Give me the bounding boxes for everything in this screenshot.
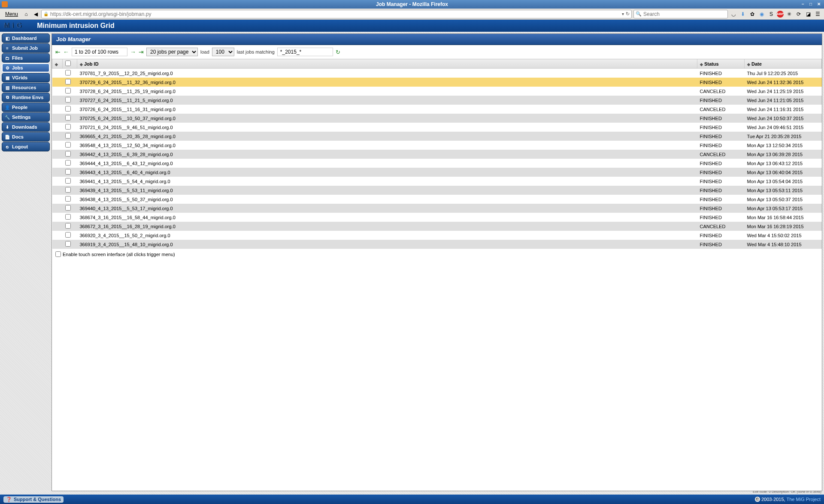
url-bar[interactable]: 🔒 ▾ ↻	[41, 10, 632, 18]
row-checkbox[interactable]	[65, 151, 71, 157]
col-date[interactable]: ◆Date	[745, 59, 822, 69]
sidebar-item-docs[interactable]: 📄Docs	[2, 132, 50, 142]
table-row[interactable]: 370721_6_24_2015__9_46_51_migrid.org.0FI…	[52, 123, 822, 132]
table-row[interactable]: 369443_4_13_2015__6_40_4_migrid.org.0FIN…	[52, 168, 822, 177]
row-expand[interactable]	[52, 186, 63, 195]
adblock-icon[interactable]: ABP	[777, 11, 784, 18]
table-row[interactable]: 369439_4_13_2015__5_53_11_migrid.org.0FI…	[52, 186, 822, 195]
row-expand[interactable]	[52, 96, 63, 105]
col-jobid[interactable]: ◆Job ID	[77, 59, 697, 69]
row-expand[interactable]	[52, 159, 63, 168]
table-row[interactable]: 368674_3_16_2015__16_58_44_migrid.org.0F…	[52, 213, 822, 222]
filter-input[interactable]	[277, 48, 333, 56]
search-input[interactable]	[643, 11, 726, 17]
ext6-icon[interactable]: ◪	[804, 10, 812, 18]
back-icon[interactable]: ◀	[32, 10, 39, 18]
row-checkbox[interactable]	[65, 133, 71, 139]
pager-next-icon[interactable]: →	[130, 48, 136, 55]
ext3-icon[interactable]: S	[767, 10, 775, 18]
sidebar-item-jobs[interactable]: ⚙Jobs	[2, 63, 50, 72]
row-checkbox[interactable]	[65, 124, 71, 130]
row-expand[interactable]	[52, 222, 63, 231]
table-row[interactable]: 369438_4_13_2015__5_50_37_migrid.org.0FI…	[52, 195, 822, 204]
row-checkbox[interactable]	[65, 214, 71, 220]
search-bar[interactable]: 🔍	[633, 10, 728, 18]
row-checkbox[interactable]	[65, 106, 71, 112]
row-expand[interactable]	[52, 195, 63, 204]
row-expand[interactable]	[52, 168, 63, 177]
row-expand[interactable]	[52, 69, 63, 78]
col-expand[interactable]: ◆	[52, 59, 63, 69]
downloads-icon[interactable]: ⬇	[739, 10, 747, 18]
sidebar-item-downloads[interactable]: ⬇Downloads	[2, 122, 50, 132]
row-expand[interactable]	[52, 231, 63, 240]
col-status[interactable]: ◆Status	[697, 59, 745, 69]
table-row[interactable]: 369548_4_13_2015__12_50_34_migrid.org.0F…	[52, 141, 822, 150]
sidebar-item-logout[interactable]: ⎋Logout	[2, 142, 50, 151]
row-checkbox[interactable]	[65, 232, 71, 238]
row-checkbox[interactable]	[65, 79, 71, 85]
row-checkbox[interactable]	[65, 142, 71, 148]
home-icon[interactable]: ⌂	[22, 10, 30, 18]
table-row[interactable]: 369665_4_21_2015__20_35_28_migrid.org.0F…	[52, 132, 822, 141]
row-expand[interactable]	[52, 141, 63, 150]
pager-text[interactable]	[72, 48, 127, 56]
check-all[interactable]	[65, 60, 71, 66]
row-expand[interactable]	[52, 87, 63, 96]
table-row[interactable]: 370727_6_24_2015__11_21_5_migrid.org.0FI…	[52, 96, 822, 105]
touch-checkbox[interactable]	[55, 251, 61, 257]
row-expand[interactable]	[52, 240, 63, 249]
close-icon[interactable]: ✕	[817, 2, 822, 7]
table-row[interactable]: 369444_4_13_2015__6_43_12_migrid.org.0FI…	[52, 159, 822, 168]
row-expand[interactable]	[52, 177, 63, 186]
ext5-icon[interactable]: ⟳	[795, 10, 803, 18]
pager-first-icon[interactable]: ⇤	[55, 48, 61, 55]
row-checkbox[interactable]	[65, 160, 71, 166]
sidebar-item-runtime-envs[interactable]: ⧉Runtime Envs	[2, 93, 50, 102]
row-expand[interactable]	[52, 132, 63, 141]
table-row[interactable]: 369440_4_13_2015__5_53_17_migrid.org.0FI…	[52, 204, 822, 213]
pager-last-icon[interactable]: ⇥	[139, 48, 144, 55]
hamburger-icon[interactable]: ☰	[814, 10, 821, 18]
row-expand[interactable]	[52, 204, 63, 213]
row-expand[interactable]	[52, 213, 63, 222]
ext2-icon[interactable]: ◉	[758, 10, 766, 18]
row-checkbox[interactable]	[65, 223, 71, 229]
table-row[interactable]: 370781_7_9_2015__12_20_25_migrid.org.0FI…	[52, 69, 822, 78]
ext4-icon[interactable]: ✳	[785, 10, 793, 18]
sidebar-item-submit-job[interactable]: ≡Submit Job	[2, 43, 50, 53]
filter-reload-icon[interactable]: ↻	[336, 49, 340, 55]
row-checkbox[interactable]	[65, 115, 71, 121]
url-dropdown-icon[interactable]: ▾	[622, 12, 624, 16]
table-row[interactable]: 370725_6_24_2015__10_50_37_migrid.org.0F…	[52, 114, 822, 123]
row-expand[interactable]	[52, 123, 63, 132]
row-checkbox[interactable]	[65, 205, 71, 211]
row-checkbox[interactable]	[65, 88, 71, 94]
row-expand[interactable]	[52, 114, 63, 123]
row-checkbox[interactable]	[65, 196, 71, 202]
pager-prev-icon[interactable]: ←	[63, 48, 69, 55]
sidebar-item-people[interactable]: 👤People	[2, 103, 50, 112]
table-row[interactable]: 369442_4_13_2015__6_39_28_migrid.org.0CA…	[52, 150, 822, 159]
ext1-icon[interactable]: ✿	[748, 10, 756, 18]
row-checkbox[interactable]	[65, 178, 71, 184]
table-row[interactable]: 366919_3_4_2015__15_48_10_migrid.org.0FI…	[52, 240, 822, 249]
row-expand[interactable]	[52, 105, 63, 114]
url-input[interactable]	[50, 11, 620, 17]
row-expand[interactable]	[52, 78, 63, 87]
sidebar-item-vgrids[interactable]: ▦VGrids	[2, 73, 50, 82]
sidebar-item-resources[interactable]: ▥Resources	[2, 83, 50, 92]
reload-icon[interactable]: ↻	[626, 11, 630, 17]
menu-button[interactable]: Menu	[3, 10, 21, 18]
table-row[interactable]: 368672_3_16_2015__16_28_19_migrid.org.0C…	[52, 222, 822, 231]
row-checkbox[interactable]	[65, 70, 71, 75]
table-row[interactable]: 370729_6_24_2015__11_32_36_migrid.org.0F…	[52, 78, 822, 87]
row-expand[interactable]	[52, 150, 63, 159]
sidebar-item-dashboard[interactable]: ◧Dashboard	[2, 33, 50, 43]
minimize-icon[interactable]: −	[802, 2, 807, 7]
table-row[interactable]: 366920_3_4_2015__15_50_2_migrid.org.0FIN…	[52, 231, 822, 240]
maximize-icon[interactable]: □	[809, 2, 815, 7]
sidebar-item-files[interactable]: 🗀Files	[2, 53, 50, 63]
col-check[interactable]	[63, 59, 77, 69]
row-checkbox[interactable]	[65, 241, 71, 247]
